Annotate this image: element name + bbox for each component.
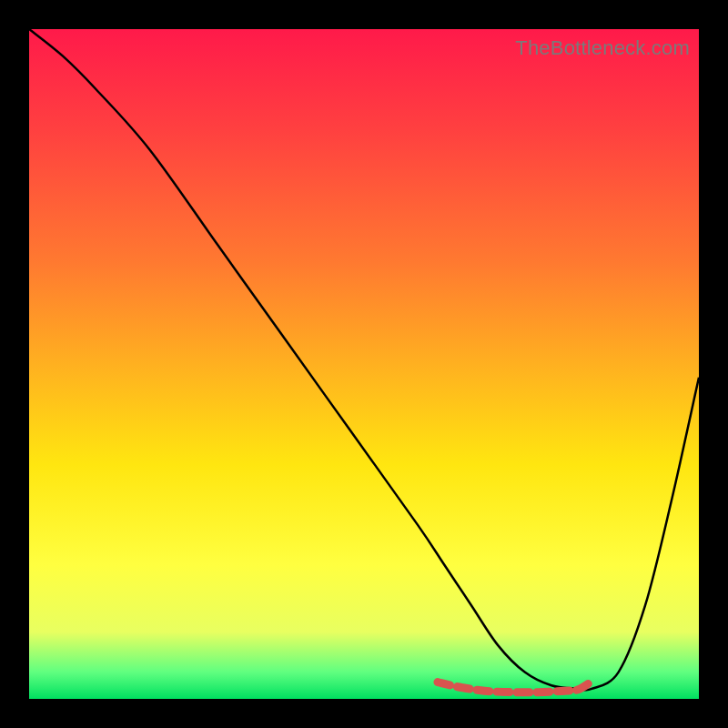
watermark-text: TheBottleneck.com xyxy=(515,36,690,60)
highlight-band-path xyxy=(438,682,592,693)
chart-container: TheBottleneck.com xyxy=(0,0,728,728)
bottleneck-curve-path xyxy=(29,29,699,690)
plot-area: TheBottleneck.com xyxy=(29,29,699,699)
curve-overlay xyxy=(29,29,699,699)
